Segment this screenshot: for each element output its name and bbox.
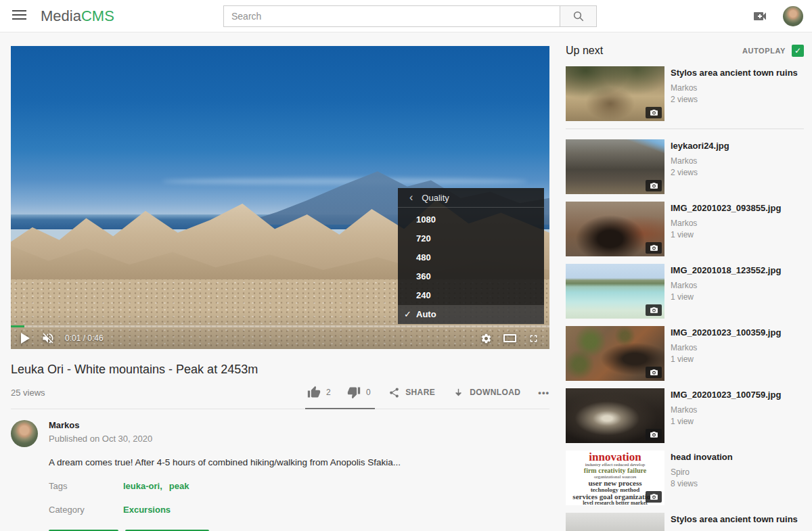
- tags-label: Tags: [49, 481, 123, 491]
- up-next-thumbnail[interactable]: innovationindustry effect reduced develo…: [566, 451, 664, 505]
- video-description: A dream comes true! After 4-5 hours of c…: [49, 457, 549, 467]
- up-next-item[interactable]: leykaori24.jpg Markos 2 views: [566, 139, 804, 194]
- share-button[interactable]: SHARE: [388, 387, 435, 398]
- camera-badge-icon: [646, 304, 662, 316]
- player-controls: 0:01 / 0:46: [11, 327, 549, 349]
- up-next-views: 1 view: [671, 417, 781, 426]
- upload-media-icon[interactable]: [752, 8, 768, 24]
- up-next-header: Up next AUTOPLAY ✓: [566, 42, 804, 60]
- search-input[interactable]: [223, 5, 560, 27]
- theater-mode-button[interactable]: [503, 334, 516, 342]
- check-icon: ✓: [794, 46, 801, 55]
- up-next-title[interactable]: IMG_20201018_123552.jpg: [671, 265, 781, 276]
- up-next-list: Stylos area ancient town ruins Markos 2 …: [566, 66, 804, 531]
- up-next-item[interactable]: IMG_20201018_123552.jpg Markos 1 view: [566, 264, 804, 319]
- camera-badge-icon: [646, 107, 662, 118]
- like-button[interactable]: 2: [307, 386, 331, 399]
- logo-media: Media: [41, 7, 81, 24]
- search-icon: [572, 10, 585, 22]
- search-button[interactable]: [560, 5, 597, 27]
- tag-link[interactable]: leuka-ori,: [123, 481, 162, 491]
- up-next-views: 8 views: [671, 479, 733, 488]
- up-next-item[interactable]: IMG_20201023_100759.jpg Markos 1 view: [566, 388, 804, 443]
- author-avatar[interactable]: [11, 420, 38, 447]
- quality-options: 1080720480360240✓Auto: [398, 208, 544, 324]
- quality-option-720[interactable]: 720: [398, 229, 544, 248]
- up-next-views: 1 view: [671, 354, 781, 364]
- quality-option-1080[interactable]: 1080: [398, 210, 544, 229]
- up-next-thumbnail[interactable]: [566, 139, 664, 194]
- up-next-title[interactable]: leykaori24.jpg: [671, 141, 729, 152]
- up-next-title[interactable]: Stylos area ancient town ruins: [671, 514, 798, 525]
- download-button[interactable]: DOWNLOAD: [453, 387, 520, 398]
- quality-option-360[interactable]: 360: [398, 267, 544, 286]
- category-row: Category Excursions: [49, 505, 549, 515]
- up-next-title[interactable]: head inovation: [671, 452, 733, 463]
- topbar-actions: [752, 0, 803, 32]
- category-link[interactable]: Excursions: [123, 505, 171, 515]
- up-next-thumbnail[interactable]: [566, 66, 664, 121]
- tag-link[interactable]: peak: [169, 481, 189, 491]
- autoplay-label: AUTOPLAY: [742, 47, 786, 55]
- up-next-author: Markos: [671, 281, 781, 290]
- up-next-views: 2 views: [671, 95, 798, 104]
- up-next-thumbnail[interactable]: [566, 513, 664, 531]
- up-next-item[interactable]: IMG_20201023_100359.jpg Markos 1 view: [566, 326, 804, 381]
- download-icon: [453, 387, 464, 398]
- up-next-item[interactable]: IMG_20201023_093855.jpg Markos 1 view: [566, 202, 804, 256]
- quality-menu-title: Quality: [422, 193, 449, 203]
- up-next-thumbnail[interactable]: [566, 388, 664, 443]
- up-next-title[interactable]: IMG_20201023_100759.jpg: [671, 390, 781, 400]
- quality-menu-header[interactable]: ‹ Quality: [398, 188, 544, 208]
- like-count: 2: [326, 388, 331, 397]
- volume-muted-icon: [41, 331, 55, 345]
- tags-list: leuka-ori,peak: [123, 481, 196, 491]
- video-player[interactable]: ‹ Quality 1080720480360240✓Auto 0:01 / 0…: [11, 46, 549, 349]
- settings-button[interactable]: [480, 333, 492, 344]
- up-next-item[interactable]: Stylos area ancient town ruins: [566, 513, 804, 531]
- up-next-item[interactable]: Stylos area ancient town ruins Markos 2 …: [566, 66, 804, 121]
- share-icon: [388, 387, 400, 398]
- camera-badge-icon: [646, 367, 662, 378]
- meta-row: 25 views 2 0 SHARE: [11, 386, 549, 409]
- video-actions: 2 0 SHARE DOWNLOAD •••: [307, 386, 549, 399]
- up-next-title[interactable]: Stylos area ancient town ruins: [671, 68, 798, 78]
- up-next-thumbnail[interactable]: [566, 326, 664, 381]
- up-next-title[interactable]: IMG_20201023_100359.jpg: [671, 327, 781, 338]
- mute-button[interactable]: [41, 331, 55, 345]
- up-next-author: Markos: [671, 343, 781, 352]
- settings-gear-icon: [480, 333, 492, 344]
- fullscreen-button[interactable]: [528, 333, 539, 344]
- up-next-thumbnail[interactable]: [566, 202, 664, 256]
- dislike-button[interactable]: 0: [347, 386, 371, 399]
- user-avatar[interactable]: [783, 6, 803, 26]
- camera-badge-icon: [646, 491, 662, 503]
- menu-icon[interactable]: [12, 10, 26, 22]
- up-next-sidebar: Up next AUTOPLAY ✓ Stylos area ancient t…: [566, 42, 804, 531]
- logo-cms: CMS: [81, 7, 114, 24]
- logo[interactable]: MediaCMS: [41, 7, 114, 25]
- fullscreen-icon: [528, 333, 539, 344]
- play-button[interactable]: [21, 333, 30, 344]
- autoplay-checkbox[interactable]: ✓: [792, 45, 804, 57]
- thumb-down-icon: [347, 386, 361, 399]
- up-next-author: Spiro: [671, 467, 733, 477]
- dislike-count: 0: [366, 388, 371, 397]
- view-count: 25 views: [11, 388, 45, 398]
- quality-menu: ‹ Quality 1080720480360240✓Auto: [398, 188, 544, 324]
- author-name[interactable]: Markos: [49, 420, 152, 430]
- rating-group: 2 0: [307, 386, 371, 399]
- up-next-views: 1 view: [671, 292, 781, 302]
- quality-option-240[interactable]: 240: [398, 286, 544, 305]
- camera-badge-icon: [646, 180, 662, 191]
- up-next-title[interactable]: IMG_20201023_093855.jpg: [671, 203, 781, 214]
- up-next-thumbnail[interactable]: [566, 264, 664, 319]
- up-next-item[interactable]: innovationindustry effect reduced develo…: [566, 451, 804, 505]
- more-options-button[interactable]: •••: [538, 388, 549, 398]
- quality-option-auto[interactable]: ✓Auto: [398, 305, 544, 324]
- top-bar: MediaCMS: [0, 0, 812, 32]
- up-next-views: 2 views: [671, 168, 729, 177]
- up-next-author: Markos: [671, 83, 798, 93]
- quality-option-480[interactable]: 480: [398, 248, 544, 267]
- video-title: Leuka Ori - White mountains - Peak at 24…: [11, 363, 549, 377]
